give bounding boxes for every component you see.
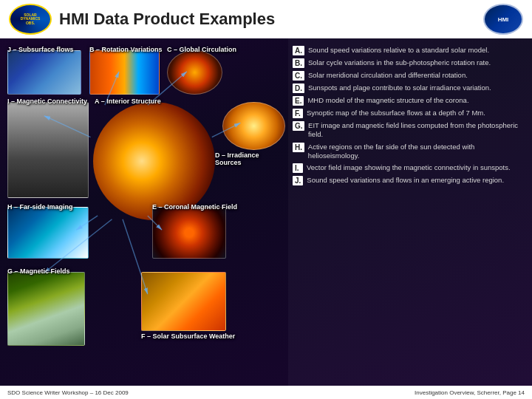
solar-dynamics-logo: SOLARDYNAMICSOBS. [9, 4, 52, 35]
item-text: EIT image and magnetic field lines compu… [308, 121, 525, 140]
footer: SDO Science Writer Workshop – 16 Dec 200… [0, 386, 532, 399]
box-f [141, 272, 226, 331]
item-text: Synoptic map of the subsurface flows at … [307, 109, 485, 117]
footer-left-text: SDO Science Writer Workshop – 16 Dec 200… [7, 389, 129, 396]
hmi-logo: HMI [483, 4, 523, 35]
item-letter: J. [293, 176, 303, 185]
label-g: G – Magnetic Fields [7, 267, 70, 275]
item-text: Solar cycle variations in the sub-photos… [308, 58, 491, 67]
box-g [7, 272, 85, 346]
footer-right-text: Investigation Overview, Scherrer, Page 1… [415, 389, 525, 396]
slide-title: HMI Data Product Examples [59, 10, 476, 29]
item-text: Active regions on the far side of the su… [308, 143, 525, 161]
item-text: Solar meridional circulation and differe… [308, 71, 468, 80]
item-letter: G. [293, 121, 304, 131]
list-item: C.Solar meridional circulation and diffe… [293, 71, 525, 81]
slide: SOLARDYNAMICSOBS. HMI Data Product Examp… [0, 0, 532, 399]
label-h: H – Far-side Imaging [7, 203, 73, 211]
label-b: B – Rotation Variations [89, 46, 163, 53]
list-item: I.Vector field image showing the magneti… [293, 163, 525, 173]
box-i [7, 102, 89, 198]
list-item: A.Sound speed variations relative to a s… [293, 46, 525, 55]
box-j [7, 50, 81, 95]
item-text: Sound speed variations relative to a sta… [308, 46, 489, 55]
label-i: I – Magnetic Connectivity [7, 98, 87, 105]
item-text: Sunspots and plage contribute to solar i… [308, 83, 491, 92]
list-item: D.Sunspots and plage contribute to solar… [293, 83, 525, 93]
item-list: A.Sound speed variations relative to a s… [293, 46, 525, 185]
item-text: MHD model of the magnetic structure of t… [307, 96, 468, 105]
box-a [93, 102, 215, 220]
box-h [7, 207, 89, 259]
label-a: A – Interior Structure [95, 98, 161, 105]
item-letter: C. [293, 71, 304, 81]
item-letter: F. [293, 109, 303, 118]
image-grid: J – Subsurface flows B – Rotation Variat… [4, 44, 284, 386]
label-e: E – Coronal Magnetic Field [152, 203, 237, 211]
item-letter: D. [293, 83, 304, 93]
list-item: F.Synoptic map of the subsurface flows a… [293, 109, 525, 118]
list-item: G.EIT image and magnetic field lines com… [293, 121, 525, 140]
header: SOLARDYNAMICSOBS. HMI Data Product Examp… [0, 0, 532, 38]
box-d [222, 102, 285, 150]
item-letter: E. [293, 96, 304, 106]
label-f: F – Solar Subsurface Weather [141, 332, 235, 340]
box-b [89, 50, 160, 95]
item-letter: A. [293, 46, 304, 55]
image-panel: J – Subsurface flows B – Rotation Variat… [0, 38, 288, 392]
list-item: E.MHD model of the magnetic structure of… [293, 96, 525, 106]
box-e [152, 207, 226, 259]
item-letter: H. [293, 143, 304, 152]
list-item: B.Solar cycle variations in the sub-phot… [293, 58, 525, 68]
list-item: H.Active regions on the far side of the … [293, 143, 525, 161]
label-d: D – Irradiance Sources [215, 151, 284, 166]
item-text: Sound speed variations and flows in an e… [307, 176, 504, 185]
item-letter: B. [293, 58, 304, 68]
list-item: J.Sound speed variations and flows in an… [293, 176, 525, 185]
box-c [167, 50, 222, 95]
item-letter: I. [293, 163, 303, 173]
label-c: C – Global Circulation [167, 46, 236, 53]
label-j: J – Subsurface flows [7, 46, 74, 53]
text-panel: A.Sound speed variations relative to a s… [288, 38, 532, 392]
main-content: J – Subsurface flows B – Rotation Variat… [0, 38, 532, 392]
item-text: Vector field image showing the magnetic … [307, 163, 511, 172]
